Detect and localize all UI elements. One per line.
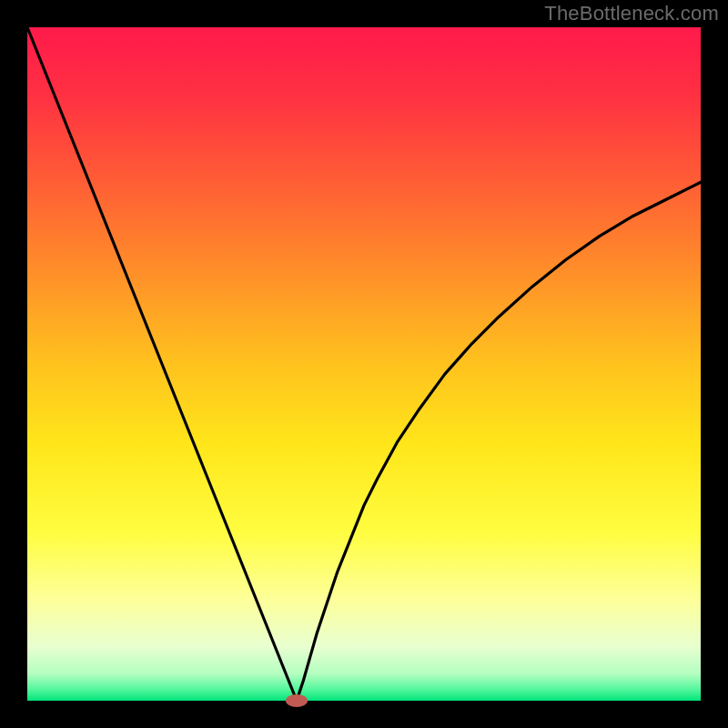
watermark-text: TheBottleneck.com — [544, 2, 719, 25]
optimal-point-marker — [286, 694, 308, 707]
chart-container: TheBottleneck.com — [0, 0, 728, 728]
plot-area — [27, 27, 701, 701]
chart-svg — [0, 0, 728, 728]
